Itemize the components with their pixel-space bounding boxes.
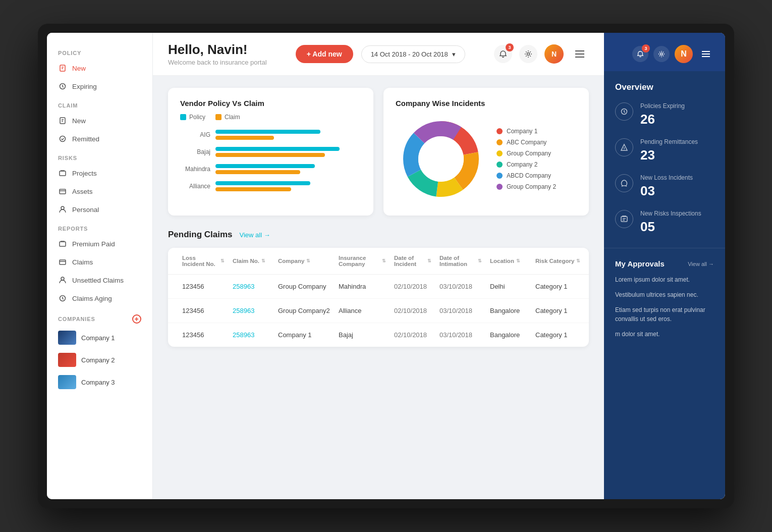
sidebar-item-label-assets: Assets: [72, 188, 93, 195]
right-panel: 3 N Ov: [604, 33, 725, 499]
sidebar-item-claim-new[interactable]: New: [47, 112, 152, 130]
notifications-button[interactable]: 3: [494, 45, 512, 63]
sidebar-company-2[interactable]: Company 2: [47, 349, 152, 371]
sidebar-item-label-unsettled: Unsettled Claims: [72, 277, 124, 284]
td-location-3: Bangalore: [486, 323, 531, 347]
date-range-button[interactable]: 14 Oct 2018 - 20 Oct 2018 ▾: [361, 45, 465, 63]
td-company-2: Group Company2: [274, 299, 335, 323]
sidebar-item-label-claims-aging: Claims Aging: [72, 295, 112, 302]
menu-button[interactable]: [571, 45, 589, 63]
bar-row-alliance: Alliance: [180, 181, 361, 191]
legend-policy-label: Policy: [189, 114, 205, 121]
td-doint-3: 03/10/2018: [435, 323, 486, 347]
donut-legend-company2: Company 2: [497, 161, 556, 168]
td-incident-2: 123456: [178, 299, 229, 323]
sort-icon-insurance: ⇅: [382, 258, 386, 263]
td-insurance-2: Alliance: [335, 299, 390, 323]
th-claim-no: Claim No. ⇅: [229, 248, 274, 274]
sidebar-section-claim: CLAIM: [47, 95, 152, 112]
legend-claim-dot: [215, 114, 222, 120]
td-category-3: Category 1: [531, 323, 587, 347]
svg-point-19: [660, 53, 663, 55]
rp-menu-button[interactable]: [698, 46, 714, 62]
add-new-button[interactable]: + Add new: [296, 45, 353, 63]
stat-card-remittances: Pending Remittances 23: [615, 138, 714, 163]
sidebar-item-unsettled-claims[interactable]: Unsettled Claims: [47, 271, 152, 289]
stat-value-policies: 26: [640, 112, 714, 127]
pending-claims-title: Pending Claims: [168, 230, 233, 240]
sort-icon-company: ⇅: [306, 258, 310, 263]
sidebar-company-1[interactable]: Company 1: [47, 327, 152, 349]
sort-icon-doint: ⇅: [478, 258, 482, 263]
bar-row-mahindra: Mahindra: [180, 164, 361, 174]
approval-item-2: Vestibulum ultrices sapien nec.: [615, 290, 714, 299]
sidebar-item-label-claim-remitted: Remitted: [72, 135, 99, 143]
donut-chart: [396, 114, 486, 204]
donut-section: Company 1 ABC Company Group Company: [396, 114, 577, 204]
bar-chart: AIG Bajaj: [180, 130, 361, 191]
sidebar-company-3[interactable]: Company 3: [47, 371, 152, 393]
header-greeting: Hello, Navin! Welcome back to insurance …: [168, 42, 267, 66]
bar-label-mahindra: Mahindra: [180, 166, 210, 173]
approval-item-3: Etiam sed turpis non erat pulvinar conva…: [615, 305, 714, 324]
td-claim-2[interactable]: 258963: [229, 299, 274, 323]
sidebar-item-risks-assets[interactable]: Assets: [47, 182, 152, 200]
bars-bajaj: [215, 147, 361, 157]
sidebar-item-label-premium: Premium Paid: [72, 240, 115, 248]
stat-label-remittances: Pending Remittances: [640, 138, 714, 145]
header-center-controls: + Add new 14 Oct 2018 - 20 Oct 2018 ▾: [296, 45, 465, 63]
svg-point-18: [418, 136, 464, 182]
legend-policy-dot: [180, 114, 186, 120]
td-location-1: Delhi: [486, 275, 531, 298]
td-claim-1[interactable]: 258963: [229, 275, 274, 298]
rp-bell-button[interactable]: 3: [632, 46, 648, 62]
th-incident-no: Loss Incident No. ⇅: [178, 248, 229, 274]
td-surveyor-3: Surveyor 1: [587, 323, 589, 347]
donut-legend-group: Group Company: [497, 150, 556, 157]
svg-point-11: [527, 53, 530, 56]
stat-label-incidents: New Loss Incidents: [640, 174, 714, 181]
settings-button[interactable]: [519, 45, 537, 63]
donut-label-group2: Group Company 2: [507, 183, 556, 190]
reports-claims-icon: [58, 257, 67, 267]
td-surveyor-2: Surveyor 1: [587, 299, 589, 323]
td-doint-2: 03/10/2018: [435, 299, 486, 323]
company-3-logo: [58, 375, 76, 389]
bar-label-aig: AIG: [180, 131, 210, 138]
sidebar-item-reports-premium[interactable]: Premium Paid: [47, 235, 152, 253]
approval-item-1: Lorem ipsum dolor sit amet.: [615, 275, 714, 284]
td-claim-3[interactable]: 258963: [229, 323, 274, 347]
stat-info-policies: Policies Expiring 26: [640, 102, 714, 127]
svg-point-9: [61, 277, 64, 280]
sidebar-item-claim-remitted[interactable]: Remitted: [47, 130, 152, 148]
approvals-view-all-link[interactable]: View all →: [688, 261, 714, 267]
td-doint-1: 03/10/2018: [435, 275, 486, 298]
user-avatar[interactable]: N: [544, 44, 564, 64]
view-all-claims-link[interactable]: View all →: [240, 231, 270, 239]
donut-dot-group2: [497, 184, 503, 190]
add-company-button[interactable]: +: [132, 314, 141, 324]
stat-info-remittances: Pending Remittances 23: [640, 138, 714, 163]
rp-settings-button[interactable]: [653, 46, 670, 62]
sidebar-item-risks-personal[interactable]: Personal: [47, 200, 152, 219]
stat-value-inspections: 05: [640, 219, 714, 235]
sort-icon-claim: ⇅: [261, 258, 265, 263]
vendor-chart-card: Vendor Policy Vs Claim Policy Claim: [168, 88, 373, 216]
sidebar-item-label-reports-claims: Claims: [72, 258, 93, 266]
sidebar-item-policy-new[interactable]: New: [47, 59, 152, 77]
td-company-1: Group Company: [274, 275, 335, 298]
rp-avatar[interactable]: N: [675, 45, 693, 63]
sidebar-item-reports-claims[interactable]: Claims: [47, 253, 152, 271]
bar-policy-bajaj: [215, 147, 340, 151]
sidebar-item-policy-expiring[interactable]: Expiring: [47, 77, 152, 95]
claims-table: Loss Incident No. ⇅ Claim No. ⇅ Company …: [168, 248, 589, 347]
sort-icon-risk: ⇅: [576, 258, 580, 263]
sidebar-section-policy: POLICY: [47, 43, 152, 59]
legend-policy: Policy: [180, 114, 205, 121]
bar-claim-alliance: [215, 187, 291, 191]
sidebar-item-claims-aging[interactable]: Claims Aging: [47, 289, 152, 307]
donut-dot-abc: [497, 139, 503, 145]
sidebar-item-risks-projects[interactable]: Projects: [47, 164, 152, 182]
incidents-chart-card: Company Wise Incidents: [383, 88, 589, 216]
greeting-title: Hello, Navin!: [168, 42, 267, 58]
